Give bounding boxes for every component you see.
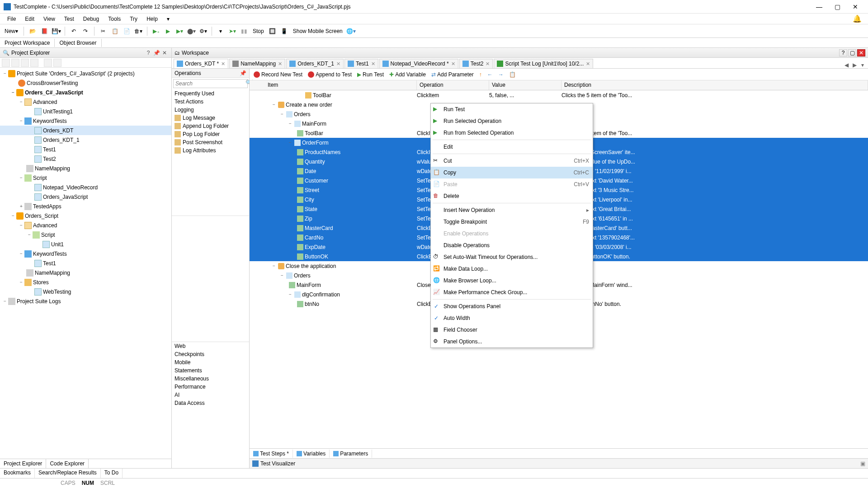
menu-file[interactable]: File	[4, 15, 19, 23]
highlight-icon[interactable]: 🔲	[268, 26, 278, 36]
tree-testedapps[interactable]: TestedApps	[33, 203, 61, 210]
ops-cat-mobile[interactable]: Mobile	[172, 358, 249, 366]
ctx-disable[interactable]: Disable Operations	[431, 239, 593, 251]
tree-adv2[interactable]: Advanced	[33, 222, 57, 229]
paste-icon[interactable]: 📄	[122, 26, 132, 36]
ops-cat-data[interactable]: Data Access	[172, 399, 249, 407]
grid-row[interactable]: ToolBarClickItem5, false, ...Clicks the …	[250, 90, 868, 100]
col-value[interactable]: Value	[489, 80, 561, 90]
tab-parameters[interactable]: Parameters	[330, 450, 372, 458]
tree-nm2[interactable]: NameMapping	[35, 270, 70, 276]
col-item[interactable]: Item	[250, 80, 417, 90]
tab-variables[interactable]: Variables	[293, 450, 330, 458]
doc-tab-orders-kdt[interactable]: Orders_KDT *✕	[174, 59, 228, 68]
add-parameter[interactable]: ⇄Add Parameter	[430, 71, 475, 78]
ops-cat-ai[interactable]: AI	[172, 391, 249, 399]
close-panel-icon[interactable]: ✕	[160, 50, 169, 56]
tb2[interactable]	[11, 59, 19, 67]
ops-cat-logging[interactable]: Logging	[172, 106, 249, 114]
tb4[interactable]	[30, 59, 38, 67]
redo-icon[interactable]: ↷	[80, 26, 90, 36]
tree-nm[interactable]: NameMapping	[35, 165, 70, 172]
ctx-data-loop[interactable]: 🔁Make Data Loop...	[431, 263, 593, 275]
tree-kwt2[interactable]: KeywordTests	[33, 251, 67, 257]
ops-pop-folder[interactable]: Pop Log Folder	[172, 130, 249, 138]
green-arrow-icon[interactable]: ➤▾	[227, 26, 237, 36]
help-icon[interactable]: ?	[144, 50, 152, 56]
project-tree[interactable]: −Project Suite 'Orders_C#_JavaScript' (2…	[0, 68, 171, 459]
ops-cat-web[interactable]: Web	[172, 342, 249, 350]
tree-test2[interactable]: Test2	[43, 156, 56, 162]
tab-code-explorer[interactable]: Code Explorer	[46, 459, 89, 468]
ctx-cut[interactable]: ✂CutCtrl+X	[431, 155, 593, 167]
tree-cbt[interactable]: CrossBrowserTesting	[27, 80, 78, 86]
tab-prev-icon[interactable]: ◀	[843, 62, 850, 68]
tree-notepad[interactable]: Notepad_VideoRecord	[43, 184, 98, 191]
add-variable[interactable]: ✚Add Variable	[388, 71, 427, 78]
tree-adv[interactable]: Advanced	[33, 99, 57, 105]
tree-ut1[interactable]: UnitTesting1	[43, 108, 73, 115]
ops-cat-misc[interactable]: Miscellaneous	[172, 375, 249, 383]
ws-maximize-icon[interactable]: ▢	[848, 49, 856, 56]
run-focused-icon[interactable]: ▶▾	[175, 26, 184, 36]
tree-orders-kdt[interactable]: Orders_KDT	[43, 127, 73, 134]
test-visualizer-bar[interactable]: Test Visualizer ▣	[250, 458, 868, 468]
run-test-icon[interactable]: ▶₊	[151, 26, 161, 36]
pin-icon[interactable]: 📌	[152, 50, 160, 56]
ops-post-screenshot[interactable]: Post Screenshot	[172, 138, 249, 146]
ctx-delete[interactable]: 🗑Delete	[431, 190, 593, 202]
menu-test[interactable]: Test	[61, 15, 78, 23]
minimize-button[interactable]: —	[810, 1, 828, 12]
tab-menu-icon[interactable]: ▾	[859, 62, 866, 68]
close-icon[interactable]: ✕	[221, 61, 225, 67]
new-dropdown[interactable]: New ▾	[3, 26, 20, 36]
tree-stores[interactable]: Stores	[33, 279, 49, 286]
ctx-insert[interactable]: Insert New Operation▸	[431, 204, 593, 216]
menu-view[interactable]: View	[40, 15, 59, 23]
ctx-copy[interactable]: 📋CopyCtrl+C	[431, 167, 593, 178]
left-arrow-icon[interactable]: ←	[486, 71, 494, 78]
ctx-edit[interactable]: Edit	[431, 141, 593, 153]
tree-proj1[interactable]: Orders_C#_JavaScript	[25, 89, 83, 96]
delete-icon[interactable]: 🗑▾	[133, 26, 143, 36]
run-project-icon[interactable]: ▶	[163, 26, 173, 36]
col-description[interactable]: Description	[561, 80, 868, 90]
ops-cat-actions[interactable]: Test Actions	[172, 98, 249, 106]
doc-tab-test2[interactable]: Test2✕	[459, 59, 493, 68]
doc-tab-test1[interactable]: Test1✕	[344, 59, 378, 68]
ops-cat-freq[interactable]: Frequently Used	[172, 89, 249, 98]
clipboard-icon[interactable]: 📋	[508, 71, 517, 78]
right-arrow-icon[interactable]: →	[497, 71, 505, 78]
ctx-run-test[interactable]: ▶Run Test	[431, 103, 593, 115]
menu-debug[interactable]: Debug	[80, 15, 103, 23]
ops-log-message[interactable]: Log Message	[172, 114, 249, 122]
tab-project-workspace[interactable]: Project Workspace	[0, 39, 55, 47]
save-icon[interactable]: 💾▾	[51, 26, 61, 36]
ops-cat-checkpoints[interactable]: Checkpoints	[172, 350, 249, 358]
tree-test1[interactable]: Test1	[43, 146, 56, 153]
pause-icon[interactable]: ▮▮	[239, 26, 249, 36]
tab-next-icon[interactable]: ▶	[851, 62, 858, 68]
tab-test-steps[interactable]: Test Steps *	[250, 450, 293, 458]
ctx-run-selected[interactable]: ▶Run Selected Operation	[431, 115, 593, 127]
tree-script[interactable]: Script	[33, 175, 47, 181]
notification-icon[interactable]: 🔔	[850, 14, 864, 23]
search-input[interactable]	[174, 80, 245, 88]
mobile-icon[interactable]: 📱	[279, 26, 289, 36]
record-new-test[interactable]: Record New Test	[252, 71, 304, 78]
doc-tab-namemapping[interactable]: NameMapping✕	[229, 59, 285, 68]
ctx-show-ops[interactable]: ✓Show Operations Panel	[431, 300, 593, 312]
up-arrow-icon[interactable]: ↑	[478, 71, 483, 78]
visualizer-expand-icon[interactable]: ▣	[860, 460, 865, 467]
tab-bookmarks[interactable]: Bookmarks	[0, 469, 35, 478]
doc-tab-log[interactable]: Script Test Log [Unit1\foo] 10/2...✕	[494, 59, 593, 68]
tab-project-explorer[interactable]: Project Explorer	[0, 459, 46, 468]
tree-root[interactable]: Project Suite 'Orders_C#_JavaScript' (2 …	[17, 70, 135, 77]
tb1[interactable]	[2, 59, 10, 67]
record-test-icon[interactable]: ⬤▾	[186, 26, 196, 36]
ws-close-icon[interactable]: ✕	[857, 49, 865, 56]
ctx-toggle-bp[interactable]: Toggle BreakpointF9	[431, 216, 593, 228]
tree-orders-kdt1[interactable]: Orders_KDT_1	[43, 137, 80, 143]
ctx-run-from[interactable]: ▶Run from Selected Operation	[431, 127, 593, 139]
tree-kwt[interactable]: KeywordTests	[33, 118, 67, 124]
